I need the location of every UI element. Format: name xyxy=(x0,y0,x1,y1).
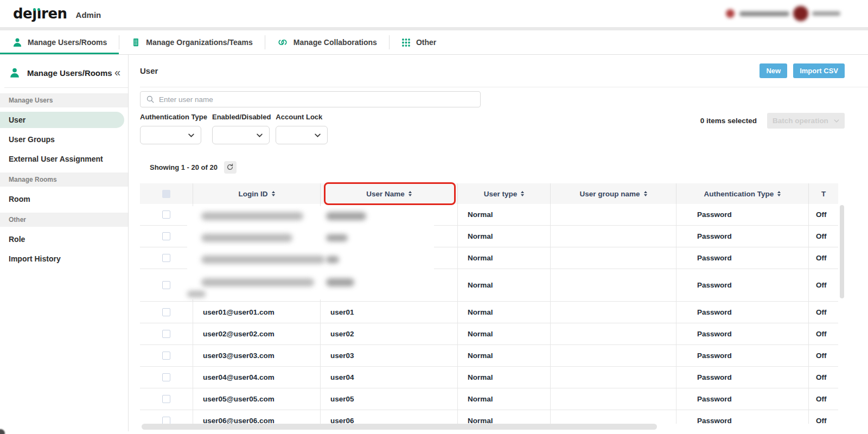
notification-avatar-blurred xyxy=(726,9,735,18)
new-button[interactable]: New xyxy=(760,63,787,78)
table-row[interactable]: user02@user02.com user02 Normal Password… xyxy=(140,323,838,345)
row-checkbox[interactable] xyxy=(162,281,170,289)
row-checkbox[interactable] xyxy=(162,373,170,381)
account-menu[interactable] xyxy=(725,0,843,27)
page-title: User xyxy=(140,66,158,75)
cell-authentication-type: Password xyxy=(676,388,808,410)
cell-user-group-name xyxy=(550,269,676,301)
cell-login-id: user05@user05.com xyxy=(193,388,320,410)
tab-manage-organizations-teams[interactable]: Manage Organizations/Teams xyxy=(119,30,265,54)
table-row[interactable]: user04@user04.com user04 Normal Password… xyxy=(140,367,838,388)
column-header-truncated[interactable]: T xyxy=(808,183,838,204)
cell-login-id: user01@user01.com xyxy=(193,302,320,323)
person-icon xyxy=(9,67,21,79)
sidebar-item-room[interactable]: Room xyxy=(0,191,128,207)
admin-label: Admin xyxy=(76,8,101,20)
cell-user-group-name xyxy=(550,204,676,225)
table-row[interactable]: user03@user03.com user03 Normal Password… xyxy=(140,345,838,367)
tab-label: Other xyxy=(416,38,436,47)
column-header-user-group-name[interactable]: User group name xyxy=(550,183,676,204)
vertical-scrollbar[interactable] xyxy=(840,205,844,298)
redacted-cells-overlay xyxy=(187,206,434,299)
chevron-down-icon xyxy=(834,119,839,123)
horizontal-scrollbar[interactable] xyxy=(142,424,657,430)
filter-label-account-lock: Account Lock xyxy=(276,113,328,122)
cell-authentication-type: Password xyxy=(676,269,808,301)
cell-user-type: Normal xyxy=(457,204,550,225)
tab-manage-collaborations[interactable]: Manage Collaborations xyxy=(265,30,389,54)
cell-user-type: Normal xyxy=(457,345,550,366)
column-header-user-name[interactable]: User Name xyxy=(320,183,457,204)
sidebar-collapse-button[interactable]: « xyxy=(114,67,120,79)
cell-truncated: Off xyxy=(808,410,838,424)
row-checkbox[interactable] xyxy=(162,330,170,338)
tab-label: Manage Collaborations xyxy=(293,38,377,47)
row-checkbox[interactable] xyxy=(162,395,170,403)
row-checkbox[interactable] xyxy=(162,210,170,219)
cell-user-type: Normal xyxy=(457,269,550,301)
cell-authentication-type: Password xyxy=(676,226,808,247)
row-checkbox[interactable] xyxy=(162,417,170,424)
cell-user-group-name xyxy=(550,367,676,388)
column-header-authentication-type[interactable]: Authentication Type xyxy=(676,183,808,204)
sidebar-item-user-groups[interactable]: User Groups xyxy=(0,131,128,148)
authentication-type-select[interactable] xyxy=(140,126,201,144)
tab-other[interactable]: Other xyxy=(389,30,448,54)
table-row[interactable]: user06@user06.com user06 Normal Password… xyxy=(140,410,838,424)
sidebar-title: Manage Users/Rooms xyxy=(27,68,112,78)
cell-truncated: Off xyxy=(808,323,838,344)
sidebar-item-external-user-assignment[interactable]: External User Assignment xyxy=(0,151,128,167)
cell-truncated: Off xyxy=(808,269,838,301)
sidebar-divider xyxy=(4,87,128,88)
top-bar: deȷıren Admin xyxy=(0,0,868,27)
sidebar-item-role[interactable]: Role xyxy=(0,231,128,247)
row-checkbox[interactable] xyxy=(162,308,170,316)
table-row[interactable]: user05@user05.com user05 Normal Password… xyxy=(140,388,838,410)
cell-user-group-name xyxy=(550,226,676,247)
import-csv-button[interactable]: Import CSV xyxy=(793,63,845,78)
user-search-box[interactable] xyxy=(140,91,481,107)
table-row[interactable]: user01@user01.com user01 Normal Password… xyxy=(140,302,838,323)
cell-user-group-name xyxy=(550,302,676,323)
row-checkbox[interactable] xyxy=(162,254,170,262)
select-all-checkbox[interactable] xyxy=(162,190,170,198)
search-icon xyxy=(146,95,155,104)
top-tab-bar: Manage Users/Rooms Manage Organizations/… xyxy=(0,30,868,55)
cell-user-type: Normal xyxy=(457,388,550,410)
batch-operation-button[interactable]: Batch operation xyxy=(767,113,845,129)
tab-manage-users-rooms[interactable]: Manage Users/Rooms xyxy=(0,30,119,54)
column-label: User group name xyxy=(579,190,640,198)
user-avatar-blurred[interactable] xyxy=(793,6,808,21)
select-all-header-cell xyxy=(140,183,193,204)
cell-truncated: Off xyxy=(808,302,838,323)
column-header-user-type[interactable]: User type xyxy=(457,183,550,204)
cell-user-group-name xyxy=(550,345,676,366)
column-label: Authentication Type xyxy=(704,190,774,198)
building-icon xyxy=(131,37,141,48)
batch-operation-label: Batch operation xyxy=(773,117,828,125)
tab-label: Manage Organizations/Teams xyxy=(146,38,253,47)
cell-user-type: Normal xyxy=(457,410,550,424)
sidebar-item-user[interactable]: User xyxy=(0,112,124,128)
dejiren-logo: deȷıren xyxy=(13,7,67,21)
logo-green-dot xyxy=(33,8,36,11)
chevron-down-icon xyxy=(315,133,321,137)
cell-user-type: Normal xyxy=(457,302,550,323)
cell-authentication-type: Password xyxy=(676,345,808,366)
tab-label: Manage Users/Rooms xyxy=(28,38,107,47)
cell-authentication-type: Password xyxy=(676,367,808,388)
showing-range-text: Showing 1 - 20 of 20 xyxy=(150,163,218,171)
cell-user-group-name xyxy=(550,410,676,424)
account-lock-select[interactable] xyxy=(276,126,328,144)
refresh-button[interactable] xyxy=(224,161,237,174)
cell-login-id: user06@user06.com xyxy=(193,410,320,424)
row-checkbox[interactable] xyxy=(162,352,170,360)
grid-dots-icon xyxy=(401,37,411,48)
column-header-login-id[interactable]: Login ID xyxy=(193,183,320,204)
search-input[interactable] xyxy=(159,95,475,104)
enabled-disabled-select[interactable] xyxy=(212,126,270,144)
cell-truncated: Off xyxy=(808,204,838,225)
row-checkbox[interactable] xyxy=(162,232,170,240)
sidebar-item-import-history[interactable]: Import History xyxy=(0,251,128,267)
cell-user-type: Normal xyxy=(457,247,550,269)
